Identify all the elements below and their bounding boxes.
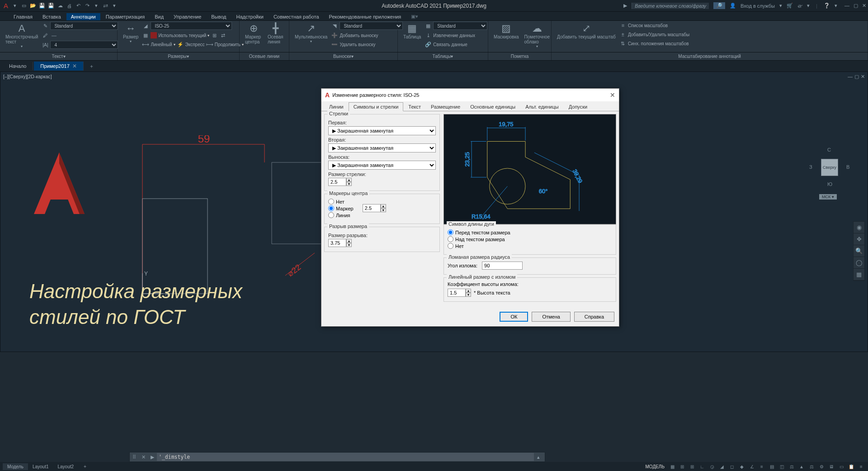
- centerline-button[interactable]: ╋Осевая линия: [266, 22, 285, 45]
- extract-icon[interactable]: ⤓: [425, 32, 432, 39]
- isodraft-icon[interactable]: ◢: [718, 463, 726, 470]
- viewport-label[interactable]: [–][Сверху][2D-каркас]: [3, 74, 52, 79]
- dtab-fit[interactable]: Размещение: [426, 102, 465, 111]
- osnap-icon[interactable]: ◻: [728, 463, 736, 470]
- continue-icon[interactable]: ⟼: [206, 41, 213, 48]
- file-tab-start[interactable]: Начало: [3, 62, 33, 70]
- minimize-icon[interactable]: —: [844, 3, 849, 8]
- dtab-tol[interactable]: Допуски: [564, 102, 592, 111]
- arrow-size-input[interactable]: ▲▼: [328, 178, 352, 186]
- addleader-icon[interactable]: ➕: [331, 32, 338, 39]
- tab-insert[interactable]: Вставка: [38, 13, 66, 20]
- cube-face[interactable]: Сверху: [821, 159, 838, 176]
- leader-arrow-select[interactable]: ▶ Закрашенная замкнутая: [328, 161, 436, 170]
- tablestyle-select[interactable]: Standard: [433, 22, 487, 30]
- cart-icon[interactable]: 🛒: [787, 3, 793, 9]
- center-mark-radio[interactable]: [328, 205, 334, 211]
- dropdown-icon[interactable]: ▾: [208, 33, 209, 38]
- tab-output[interactable]: Вывод: [207, 13, 231, 20]
- panel-label-text[interactable]: Текст ▾: [0, 52, 118, 60]
- customize-icon[interactable]: ≡: [857, 463, 865, 470]
- ucs-label[interactable]: МСК ▾: [819, 194, 837, 200]
- first-arrow-select[interactable]: ▶ Закрашенная замкнутая: [328, 126, 436, 135]
- layout-add-button[interactable]: ＋: [78, 462, 92, 471]
- layout-tab-1[interactable]: Layout1: [28, 463, 53, 470]
- cmd-expand-icon[interactable]: ▴: [534, 454, 543, 460]
- exchange-dropdown-icon[interactable]: ▾: [807, 3, 810, 9]
- arc-none-radio[interactable]: [448, 243, 453, 249]
- qat-dropdown-icon[interactable]: ▾: [92, 2, 100, 10]
- save-icon[interactable]: 💾: [38, 2, 46, 10]
- command-line[interactable]: ⠿ ✕ ▶ ▴: [129, 452, 545, 462]
- scalelist-icon[interactable]: ≡: [619, 22, 627, 29]
- wheel-icon[interactable]: ◉: [854, 222, 864, 233]
- center-none-radio[interactable]: [328, 199, 334, 205]
- panel-label-table[interactable]: Таблицы ▾: [398, 52, 488, 60]
- removeleader-icon[interactable]: ➖: [331, 41, 338, 48]
- linear-icon[interactable]: ⟷: [142, 41, 149, 48]
- second-arrow-select[interactable]: ▶ Закрашенная замкнутая: [328, 143, 436, 152]
- command-input[interactable]: [157, 453, 534, 461]
- zoom-icon[interactable]: 🔍: [854, 245, 864, 257]
- dialog-titlebar[interactable]: A Изменение размерного стиля: ISO-25 ✕: [321, 89, 619, 101]
- quick-icon[interactable]: ⚡: [177, 41, 184, 48]
- tab-home[interactable]: Главная: [9, 13, 37, 20]
- layout-tab-2[interactable]: Layout2: [53, 463, 79, 470]
- tool2-icon[interactable]: ⇄: [219, 32, 226, 39]
- annoscale-icon[interactable]: ⚖: [788, 463, 796, 470]
- cancel-button[interactable]: Отмена: [532, 312, 570, 322]
- center-size-input[interactable]: ▲▼: [363, 204, 386, 212]
- revcloud-button[interactable]: ☁Пометочное облако▾: [523, 22, 552, 49]
- undo-icon[interactable]: ↶: [74, 2, 82, 10]
- tab-annotate[interactable]: Аннотации: [66, 13, 100, 20]
- lineweight-icon[interactable]: ≡: [758, 463, 766, 470]
- help-icon[interactable]: ❔: [824, 3, 830, 9]
- layout-tab-model[interactable]: Модель: [3, 463, 28, 470]
- plot-icon[interactable]: 🖨: [65, 2, 73, 10]
- menu-dropdown-icon[interactable]: ▾: [11, 2, 19, 10]
- tab-view[interactable]: Вид: [150, 13, 168, 20]
- annoscale2-icon[interactable]: ⚖: [807, 463, 816, 470]
- open-icon[interactable]: 📂: [29, 2, 37, 10]
- help-button[interactable]: Справка: [574, 312, 614, 322]
- jog-angle-input[interactable]: [482, 262, 523, 270]
- wipeout-button[interactable]: ▨Маскировка: [492, 22, 521, 40]
- layer-icon[interactable]: ▦: [142, 32, 149, 39]
- otrack-icon[interactable]: ∠: [748, 463, 756, 470]
- user-icon[interactable]: 👤: [730, 3, 736, 9]
- saveas-icon[interactable]: 💾: [47, 2, 55, 10]
- cycling-icon[interactable]: ◫: [778, 463, 786, 470]
- ortho-icon[interactable]: ∟: [698, 463, 706, 470]
- close-icon[interactable]: ✕: [862, 3, 866, 8]
- break-size-input[interactable]: ▲▼: [328, 239, 352, 247]
- find-icon[interactable]: 🖉: [42, 32, 49, 39]
- vp-close-icon[interactable]: ✕: [861, 74, 865, 80]
- link-icon[interactable]: 🔗: [425, 41, 432, 48]
- appstore-icon[interactable]: 🙰: [797, 3, 802, 9]
- center-line-radio[interactable]: [328, 212, 334, 218]
- restore-icon[interactable]: ▢: [854, 3, 858, 8]
- addscale-button[interactable]: ⤢Добавить текущий масштаб: [555, 22, 618, 40]
- add-tab-button[interactable]: ＋: [85, 62, 99, 71]
- addremscale-icon[interactable]: ±: [619, 31, 627, 38]
- mleader-button[interactable]: ↗Мультивыноска▾: [293, 22, 329, 44]
- dtab-symbols[interactable]: Символы и стрелки: [349, 102, 404, 111]
- tab-parametric[interactable]: Параметризация: [101, 13, 149, 20]
- polar-icon[interactable]: ◶: [708, 463, 716, 470]
- textstyle-select[interactable]: Standard: [50, 22, 118, 30]
- tab-addins[interactable]: Надстройки: [232, 13, 268, 20]
- ok-button[interactable]: ОК: [500, 312, 528, 322]
- tab-more-icon[interactable]: ▣▾: [406, 13, 423, 20]
- share-icon[interactable]: ⮂: [101, 2, 109, 10]
- transparency-icon[interactable]: ▤: [768, 463, 776, 470]
- orbit-icon[interactable]: ◯: [854, 257, 864, 269]
- dimstyle-select[interactable]: ISO-25: [151, 22, 232, 30]
- login-label[interactable]: Вход в службы: [741, 3, 775, 9]
- new-icon[interactable]: ▭: [20, 2, 28, 10]
- textheight-select[interactable]: 4: [50, 41, 118, 49]
- dimension-button[interactable]: ↔ Размер ▾: [121, 22, 140, 44]
- pan-icon[interactable]: ✥: [854, 233, 864, 245]
- dtab-text[interactable]: Текст: [403, 102, 426, 111]
- vp-maximize-icon[interactable]: ▢: [854, 74, 859, 80]
- cmd-close-icon[interactable]: ✕: [139, 454, 148, 460]
